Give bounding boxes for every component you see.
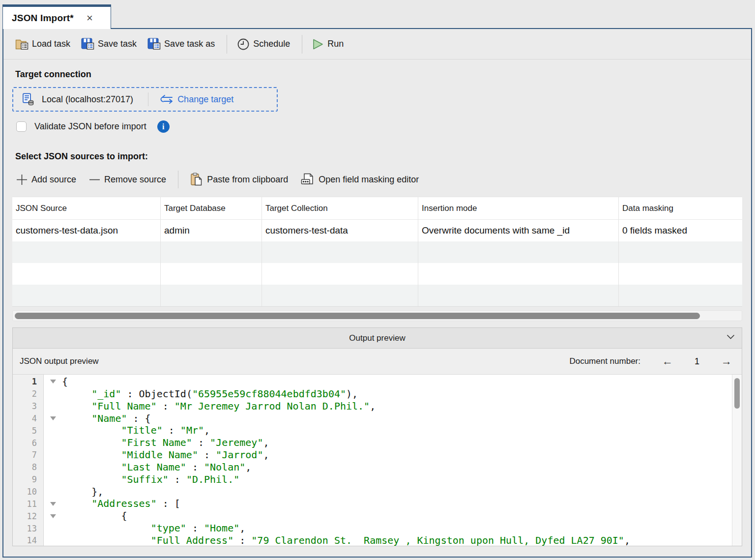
remove-source-label: Remove source <box>104 175 166 185</box>
line-number: 5 <box>13 426 43 436</box>
line-number: 7 <box>13 450 43 460</box>
line-number: 8 <box>13 462 43 472</box>
output-preview-header[interactable]: Output preview <box>13 328 742 349</box>
previous-document-arrow-icon[interactable]: ← <box>662 356 673 367</box>
table-cell <box>161 285 262 306</box>
line-number: 2 <box>13 389 43 399</box>
server-connection-icon <box>21 92 35 106</box>
table-cell[interactable]: 0 fields masked <box>619 220 742 241</box>
line-number: 14 <box>13 535 43 545</box>
code-line: 2 "_id" : ObjectId("65955e59cf88044ebdfd… <box>13 388 732 400</box>
code-text: "Name" : { <box>62 413 151 425</box>
tab-title: JSON Import* <box>12 13 74 24</box>
table-cell <box>418 241 619 263</box>
run-button[interactable]: Run <box>312 38 344 50</box>
code-text: "Last Name" : "Nolan", <box>62 461 251 473</box>
triangle-down-icon <box>50 514 56 518</box>
code-text: "Full Name" : "Mr Jeremey Jarrod Nolan D… <box>62 400 376 413</box>
code-text: "Title" : "Mr", <box>62 424 210 437</box>
code-line: 8 "Last Name" : "Nolan", <box>13 461 732 473</box>
validate-json-checkbox[interactable] <box>16 121 27 132</box>
triangle-down-icon <box>50 502 56 506</box>
column-header: JSON Source <box>12 197 161 219</box>
output-preview-panel: Output preview JSON output preview Docum… <box>12 327 742 546</box>
code-text: "First Name" : "Jeremey", <box>62 437 269 449</box>
change-target-link[interactable]: Change target <box>159 94 233 105</box>
table-cell <box>619 241 742 263</box>
save-task-label: Save task <box>98 39 137 49</box>
table-cell <box>418 263 619 285</box>
json-output-preview-label: JSON output preview <box>20 356 99 366</box>
table-cell <box>619 285 742 306</box>
table-cell[interactable]: customers-test-data.json <box>12 220 161 241</box>
fold-marker[interactable] <box>43 380 62 383</box>
json-import-window: JSON Import* × Load task <box>0 0 755 560</box>
actions-separator <box>178 171 178 188</box>
code-text: "Full Address" : "79 Clarendon St. Ramse… <box>62 534 630 546</box>
task-toolbar: Load task Save task <box>3 29 751 59</box>
code-line: 7 "Middle Name" : "Jarrod", <box>13 449 732 461</box>
table-cell <box>12 285 161 306</box>
target-connection-label: Local (localhost:27017) <box>42 94 133 105</box>
code-text: { <box>62 510 127 522</box>
next-document-arrow-icon[interactable]: → <box>721 356 732 367</box>
floppy-disk-icon <box>81 38 94 50</box>
table-cell <box>262 263 418 285</box>
line-number: 4 <box>13 413 43 423</box>
table-cell <box>262 285 418 306</box>
folder-task-icon <box>15 38 29 50</box>
horizontal-scrollbar-thumb[interactable] <box>15 313 700 319</box>
fold-marker[interactable] <box>43 416 62 420</box>
line-number: 13 <box>13 524 43 533</box>
source-table-header: JSON SourceTarget DatabaseTarget Collect… <box>12 197 742 220</box>
target-connection-button[interactable]: Local (localhost:27017) Change target <box>12 87 278 112</box>
code-line: 10 }, <box>13 486 732 498</box>
table-cell[interactable]: Overwrite documents with same _id <box>418 220 619 241</box>
table-cell <box>418 285 619 306</box>
remove-source-button[interactable]: Remove source <box>89 174 166 185</box>
info-icon[interactable]: i <box>157 120 170 133</box>
save-task-button[interactable]: Save task <box>81 38 137 50</box>
document-number-value[interactable]: 1 <box>695 356 699 367</box>
add-source-button[interactable]: Add source <box>16 174 76 185</box>
load-task-button[interactable]: Load task <box>15 38 70 50</box>
horizontal-scrollbar[interactable] <box>12 310 742 321</box>
sources-actions: Add source Remove source <box>16 171 751 188</box>
code-line: 4 "Name" : { <box>13 413 732 425</box>
line-number: 1 <box>13 377 43 386</box>
table-row-empty <box>12 241 742 263</box>
plus-icon <box>16 174 28 185</box>
close-icon[interactable]: × <box>87 13 93 24</box>
code-text: "type" : "Home", <box>62 522 245 534</box>
code-line: 9 "Suffix" : "D.Phil." <box>13 473 732 486</box>
fold-marker[interactable] <box>43 502 62 506</box>
code-line: 13 "type" : "Home", <box>13 522 732 534</box>
open-field-masking-label: Open field masking editor <box>319 175 419 185</box>
schedule-button[interactable]: Schedule <box>237 38 290 51</box>
table-cell[interactable]: customers-test-data <box>262 220 418 241</box>
validate-json-row: Validate JSON before import i <box>16 120 751 133</box>
paste-from-clipboard-button[interactable]: Paste from clipboard <box>190 173 288 186</box>
line-number: 10 <box>13 487 43 497</box>
json-preview-toolbar: JSON output preview Document number: ← 1… <box>13 349 742 375</box>
code-line: 11 "Addresses" : [ <box>13 498 732 510</box>
open-field-masking-button[interactable]: Open field masking editor <box>301 173 419 186</box>
line-number: 9 <box>13 474 43 484</box>
code-line: 14 "Full Address" : "79 Clarendon St. Ra… <box>13 534 732 546</box>
table-cell <box>161 263 262 285</box>
code-text: { <box>62 376 68 388</box>
save-task-as-button[interactable]: Save task as <box>147 38 215 50</box>
code-line: 1{ <box>13 376 732 388</box>
vertical-scrollbar[interactable] <box>732 375 742 546</box>
table-row[interactable]: customers-test-data.jsonadmincustomers-t… <box>12 220 742 241</box>
change-target-label: Change target <box>177 94 233 105</box>
table-cell[interactable]: admin <box>161 220 262 241</box>
vertical-scrollbar-thumb[interactable] <box>734 378 740 409</box>
line-number: 6 <box>13 438 43 448</box>
chevron-down-icon[interactable] <box>726 334 735 340</box>
fold-marker[interactable] <box>43 514 62 518</box>
document-navigator: Document number: ← 1 → <box>569 356 732 367</box>
table-cell <box>12 263 161 285</box>
tab-json-import[interactable]: JSON Import* × <box>2 4 111 29</box>
column-header: Target Database <box>161 197 262 219</box>
